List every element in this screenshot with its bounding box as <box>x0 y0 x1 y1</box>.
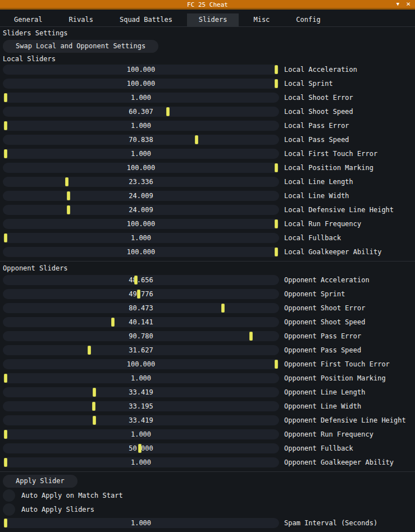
swap-settings-button[interactable]: Swap Local and Opponent Settings <box>3 40 158 53</box>
slider-label: Local Acceleration <box>284 65 357 75</box>
slider-track[interactable]: 100.000 <box>3 65 279 75</box>
slider-track[interactable]: 90.780 <box>3 331 279 341</box>
tab-item[interactable]: Sliders <box>187 13 239 26</box>
slider-track[interactable]: 33.419 <box>3 415 279 425</box>
slider-row: 33.419 Opponent Line Length <box>3 387 412 397</box>
slider-handle[interactable] <box>4 430 7 439</box>
slider-handle[interactable] <box>275 219 278 228</box>
apply-slider-button[interactable]: Apply Slider <box>3 475 77 488</box>
slider-track[interactable]: 1.000 <box>3 149 279 159</box>
slider-track[interactable]: 100.000 <box>3 79 279 89</box>
slider-value: 1.000 <box>3 121 279 131</box>
slider-label: Opponent Run Frequency <box>284 429 373 439</box>
checkbox-label: Auto Apply on Match Start <box>21 489 123 502</box>
slider-track[interactable]: 100.000 <box>3 219 279 229</box>
local-sliders-list: 100.000 Local Acceleration 100.000 Local… <box>3 65 412 257</box>
slider-value: 40.141 <box>3 317 279 327</box>
slider-value: 100.000 <box>3 163 279 173</box>
slider-label: Opponent Position Marking <box>284 373 386 383</box>
slider-handle[interactable] <box>67 205 70 214</box>
slider-handle[interactable] <box>275 163 278 172</box>
slider-track[interactable]: 23.336 <box>3 177 279 187</box>
slider-track[interactable]: 1.000 <box>3 373 279 383</box>
slider-track[interactable]: 49.776 <box>3 289 279 299</box>
slider-track[interactable]: 24.009 <box>3 205 279 215</box>
slider-handle[interactable] <box>88 346 91 355</box>
slider-label: Local Pass Speed <box>284 135 349 145</box>
slider-value: 33.419 <box>3 415 279 425</box>
tab-item[interactable]: Rivals <box>57 13 105 26</box>
slider-handle[interactable] <box>4 121 7 130</box>
slider-handle[interactable] <box>275 65 278 74</box>
slider-track[interactable]: 1.000 <box>3 429 279 439</box>
slider-handle[interactable] <box>4 233 7 242</box>
slider-track[interactable]: 70.838 <box>3 135 279 145</box>
checkbox-circle[interactable] <box>3 503 15 516</box>
slider-handle[interactable] <box>4 519 7 528</box>
slider-handle[interactable] <box>195 135 198 144</box>
slider-handle[interactable] <box>134 276 138 285</box>
slider-handle[interactable] <box>275 247 278 256</box>
slider-value: 33.419 <box>3 387 279 397</box>
minimize-icon[interactable]: ▼ <box>396 0 399 8</box>
tab-item[interactable]: General <box>2 13 54 26</box>
spam-interval-slider: 1.000 Spam Interval (Seconds) <box>3 518 412 528</box>
slider-value: 100.000 <box>3 359 279 369</box>
slider-handle[interactable] <box>4 458 7 467</box>
slider-handle[interactable] <box>93 416 96 425</box>
tab-item[interactable]: Squad Battles <box>108 13 184 26</box>
slider-value: 1.000 <box>3 429 279 439</box>
slider-handle[interactable] <box>221 304 225 313</box>
slider-value: 1.000 <box>3 373 279 383</box>
slider-row: 40.141 Opponent Shoot Speed <box>3 317 412 327</box>
title-bar[interactable]: FC 25 Cheat ▼ × <box>0 0 415 10</box>
slider-track[interactable]: 31.627 <box>3 345 279 355</box>
slider-handle[interactable] <box>93 388 96 397</box>
slider-row: 1.000 Local First Touch Error <box>3 149 412 159</box>
slider-handle[interactable] <box>67 191 70 200</box>
slider-row: 90.780 Opponent Pass Error <box>3 331 412 341</box>
slider-handle[interactable] <box>65 177 69 186</box>
slider-value: 1.000 <box>3 518 279 528</box>
section-divider <box>0 471 415 472</box>
slider-track[interactable]: 100.000 <box>3 247 279 257</box>
slider-track[interactable]: 33.419 <box>3 387 279 397</box>
slider-track[interactable]: 80.473 <box>3 303 279 313</box>
slider-handle[interactable] <box>275 79 278 88</box>
slider-row: 100.000 Local Sprint <box>3 79 412 89</box>
slider-handle[interactable] <box>249 332 253 341</box>
slider-handle[interactable] <box>275 360 278 369</box>
slider-handle[interactable] <box>166 107 170 116</box>
slider-row: 33.419 Opponent Defensive Line Height <box>3 415 412 425</box>
slider-handle[interactable] <box>111 318 115 327</box>
slider-track[interactable]: 1.000 <box>3 457 279 467</box>
slider-track[interactable]: 50.000 <box>3 443 279 453</box>
slider-handle[interactable] <box>137 290 140 299</box>
slider-track[interactable]: 1.000 <box>3 93 279 103</box>
tab-item[interactable]: Misc <box>241 13 281 26</box>
slider-handle[interactable] <box>4 93 7 102</box>
slider-track[interactable]: 1.000 <box>3 121 279 131</box>
slider-track[interactable]: 60.307 <box>3 107 279 117</box>
slider-track[interactable]: 40.141 <box>3 317 279 327</box>
tab-item[interactable]: Config <box>284 13 332 26</box>
slider-track[interactable]: 48.656 <box>3 275 279 285</box>
slider-track[interactable]: 100.000 <box>3 359 279 369</box>
close-icon[interactable]: × <box>406 0 411 8</box>
slider-row: 100.000 Local Acceleration <box>3 65 412 75</box>
window-title: FC 25 Cheat <box>187 1 228 8</box>
slider-row: 80.473 Opponent Shoot Error <box>3 303 412 313</box>
slider-value: 48.656 <box>3 275 279 285</box>
slider-handle[interactable] <box>92 402 95 411</box>
slider-row: 100.000 Local Position Marking <box>3 163 412 173</box>
slider-track[interactable]: 1.000 <box>3 233 279 243</box>
slider-handle[interactable] <box>4 374 7 383</box>
slider-handle[interactable] <box>138 444 142 453</box>
slider-track[interactable]: 33.195 <box>3 401 279 411</box>
slider-handle[interactable] <box>4 149 7 158</box>
checkbox-circle[interactable] <box>3 489 15 502</box>
slider-track[interactable]: 24.009 <box>3 191 279 201</box>
slider-track[interactable]: 1.000 <box>3 518 279 528</box>
opponent-sliders-list: 48.656 Opponent Acceleration 49.776 Oppo… <box>3 275 412 467</box>
slider-track[interactable]: 100.000 <box>3 163 279 173</box>
